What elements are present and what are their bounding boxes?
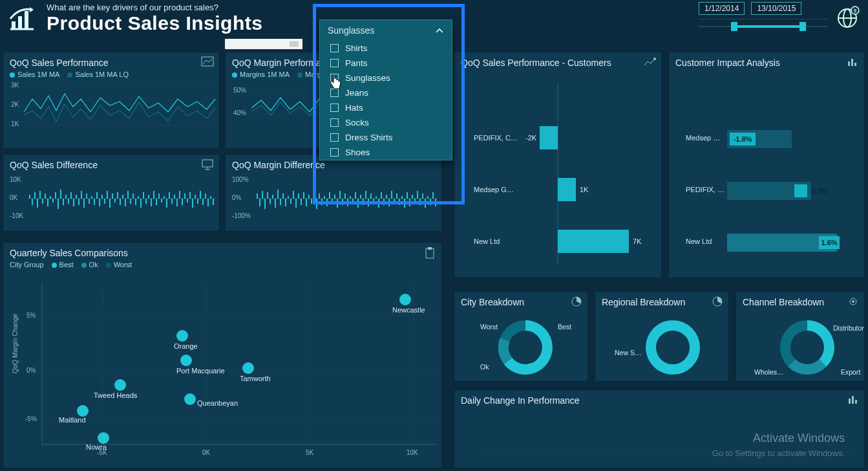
svg-rect-35 xyxy=(42,199,43,204)
dropdown-option-label: Shirts xyxy=(345,43,368,53)
svg-rect-49 xyxy=(78,199,79,205)
svg-rect-118 xyxy=(288,196,289,199)
svg-point-176 xyxy=(653,58,656,60)
checkbox-icon[interactable] xyxy=(330,104,339,112)
card-title: QoQ Sales Performance - Customers xyxy=(461,58,655,68)
svg-rect-181 xyxy=(558,178,576,201)
svg-rect-82 xyxy=(164,196,165,199)
checkbox-icon[interactable] xyxy=(330,74,339,82)
svg-text:0%: 0% xyxy=(232,194,242,201)
svg-point-231 xyxy=(184,393,196,405)
svg-point-227 xyxy=(242,362,254,374)
settings-icon[interactable] xyxy=(847,296,859,307)
svg-rect-175 xyxy=(435,199,436,206)
dashboard-title: Product Sales Insights xyxy=(47,12,262,34)
svg-rect-81 xyxy=(161,199,162,203)
svg-text:New Ltd: New Ltd xyxy=(474,237,500,245)
svg-rect-42 xyxy=(60,190,61,199)
card-title: Channel Breakdown xyxy=(743,297,858,307)
svg-text:1K: 1K xyxy=(11,120,19,127)
svg-rect-127 xyxy=(311,199,312,204)
pie-icon[interactable] xyxy=(571,296,582,307)
svg-rect-121 xyxy=(295,199,297,208)
svg-text:0K: 0K xyxy=(10,194,18,201)
svg-rect-61 xyxy=(109,199,111,208)
svg-rect-60 xyxy=(107,191,108,199)
legend-title: City Group xyxy=(10,261,44,268)
globe-icon[interactable]: $ xyxy=(834,5,860,31)
svg-rect-173 xyxy=(430,199,431,205)
svg-text:1K: 1K xyxy=(580,186,589,193)
svg-rect-58 xyxy=(101,195,103,199)
svg-rect-94 xyxy=(195,195,196,199)
svg-rect-203 xyxy=(428,247,432,250)
dropdown-option[interactable]: Shoes xyxy=(320,145,452,160)
chart-customer-impact: Medsep … -1.8% PEDIFIX, … 0.2% New Ltd 1… xyxy=(675,71,863,271)
checkbox-icon[interactable] xyxy=(330,59,339,67)
svg-rect-167 xyxy=(414,199,416,204)
checkbox-icon[interactable] xyxy=(330,133,339,142)
bar-chart-icon[interactable] xyxy=(847,394,859,406)
checkbox-icon[interactable] xyxy=(330,44,339,52)
svg-rect-147 xyxy=(363,199,364,205)
svg-rect-148 xyxy=(365,191,366,199)
line-chart-icon[interactable] xyxy=(201,56,214,68)
dropdown-option[interactable]: Dress Shirts xyxy=(320,130,452,145)
svg-rect-169 xyxy=(419,199,421,205)
svg-text:5%: 5% xyxy=(26,312,36,319)
date-start[interactable]: 1/12/2014 xyxy=(699,2,745,15)
clipboard-icon[interactable] xyxy=(423,246,436,259)
svg-rect-171 xyxy=(425,199,426,208)
drag-handle-icon[interactable] xyxy=(290,41,299,47)
svg-rect-136 xyxy=(334,195,335,199)
date-slider[interactable] xyxy=(699,19,828,33)
svg-text:3K: 3K xyxy=(11,82,19,89)
dropdown-option-label: Shoes xyxy=(345,148,370,157)
svg-rect-170 xyxy=(422,193,423,199)
dashboard-header: What are the key drivers of our product … xyxy=(6,3,262,34)
watermark-title: Activate Windows xyxy=(753,432,845,445)
dropdown-option[interactable]: Jeans xyxy=(320,85,452,100)
dropdown-option[interactable]: Hats xyxy=(320,100,452,115)
pie-icon[interactable] xyxy=(712,296,723,307)
svg-rect-56 xyxy=(96,192,98,199)
chart-icon[interactable] xyxy=(643,56,656,68)
checkbox-icon[interactable] xyxy=(330,148,339,157)
svg-rect-3 xyxy=(25,11,28,29)
svg-rect-144 xyxy=(355,192,356,199)
svg-rect-113 xyxy=(275,199,276,208)
checkbox-icon[interactable] xyxy=(330,118,339,127)
svg-rect-96 xyxy=(200,191,201,199)
bar-chart-icon[interactable] xyxy=(846,56,859,68)
svg-point-233 xyxy=(77,405,89,417)
dropdown-option[interactable]: Pants xyxy=(320,56,452,71)
date-range-filter[interactable]: 1/12/2014 13/10/2015 xyxy=(699,2,828,33)
svg-rect-128 xyxy=(313,191,315,199)
svg-rect-114 xyxy=(277,190,279,199)
card-title: QoQ Sales Performance xyxy=(10,58,213,68)
product-dropdown[interactable]: Sunglasses ShirtsPantsSunglassesJeansHat… xyxy=(319,19,452,160)
svg-text:Worst: Worst xyxy=(480,323,498,331)
svg-rect-64 xyxy=(117,192,118,199)
svg-rect-87 xyxy=(176,199,178,206)
dropdown-option[interactable]: Socks xyxy=(320,115,452,130)
svg-rect-75 xyxy=(145,199,147,204)
svg-text:0.2%: 0.2% xyxy=(811,187,827,195)
date-end[interactable]: 13/10/2015 xyxy=(751,2,801,15)
dropdown-option[interactable]: Sunglasses xyxy=(320,71,452,85)
dropdown-option[interactable]: Shirts xyxy=(320,41,452,56)
checkbox-icon[interactable] xyxy=(330,89,339,97)
svg-rect-202 xyxy=(426,248,434,258)
svg-text:-1.8%: -1.8% xyxy=(734,135,752,143)
chart-regional-donut: New S… xyxy=(602,310,731,378)
svg-rect-134 xyxy=(329,192,330,199)
svg-rect-160 xyxy=(396,193,397,199)
svg-text:Maitland: Maitland xyxy=(59,416,86,424)
svg-rect-149 xyxy=(368,199,369,206)
svg-text:Medsep G…: Medsep G… xyxy=(474,186,514,193)
svg-rect-106 xyxy=(257,193,258,199)
dropdown-list[interactable]: ShirtsPantsSunglassesJeansHatsSocksDress… xyxy=(320,41,452,160)
dropdown-header[interactable]: Sunglasses xyxy=(320,20,452,41)
svg-rect-37 xyxy=(47,199,48,206)
presentation-icon[interactable] xyxy=(201,159,214,170)
